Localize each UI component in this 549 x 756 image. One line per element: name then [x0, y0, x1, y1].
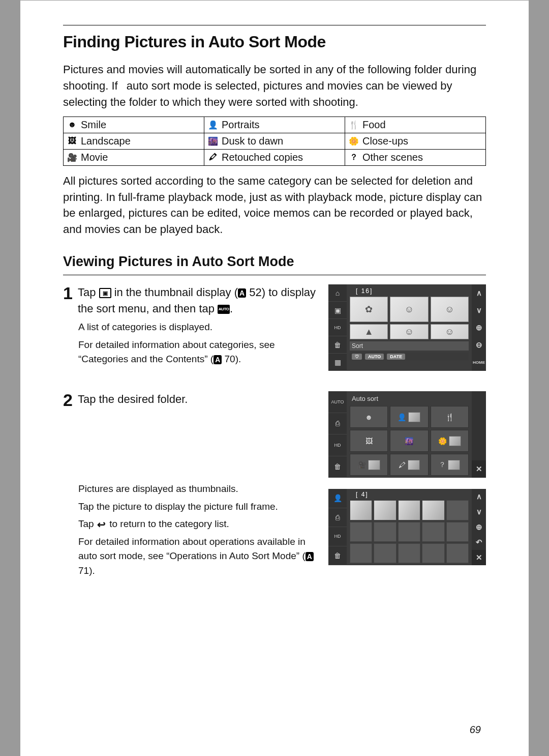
portrait-icon: 👤	[328, 489, 347, 508]
trash-icon: 🗑	[328, 456, 347, 478]
thumb	[398, 500, 420, 520]
category-icon: 👤	[207, 120, 219, 129]
category-cell: 🎥Movie	[64, 149, 204, 165]
subheading: Viewing Pictures in Auto Sort Mode	[63, 254, 486, 275]
category-cell: 🌼Close-ups	[345, 133, 486, 149]
step-2-sub1: Pictures are displayed as thumbnails.	[63, 482, 316, 497]
category-label: Other scenes	[362, 152, 423, 163]
category-label: Food	[362, 119, 386, 131]
cat-portrait: 👤	[390, 406, 428, 428]
step-2-screens: AUTO ⎙ HD 🗑 Auto sort ☻ 👤 🍴 🖼 🌆 🌼 🎥	[328, 391, 486, 578]
thumb: ☺	[390, 324, 428, 339]
category-label: Movie	[81, 152, 108, 163]
category-label: Close-ups	[362, 135, 408, 147]
step-number: 2	[63, 391, 73, 409]
category-icon: 🌼	[348, 136, 359, 146]
after-table-paragraph: All pictures sorted according to the sam…	[63, 173, 486, 238]
step-2-sub2: Tap the picture to display the picture f…	[63, 500, 316, 514]
page-ref-icon: A	[306, 552, 314, 561]
page-ref-icon: A	[238, 288, 246, 298]
zoom-in-icon: ⊕	[472, 319, 486, 336]
print-icon: ⎙	[328, 413, 347, 435]
step-1-sub2: For detailed information about categorie…	[63, 338, 316, 367]
category-cell: 🖼Landscape	[64, 133, 204, 149]
category-table: ☻Smile👤Portraits🍴Food🖼Landscape🌆Dusk to …	[63, 117, 486, 166]
category-cell: ？Other scenes	[345, 149, 486, 165]
intro-paragraph: Pictures and movies will automatically b…	[63, 62, 486, 110]
category-icon: 🎥	[67, 153, 78, 162]
thumb	[422, 500, 444, 520]
page-number: 69	[470, 724, 481, 736]
thumb	[374, 500, 396, 520]
category-label: Landscape	[81, 135, 131, 147]
step-2-sub4: For detailed information about operation…	[63, 535, 316, 578]
category-icon: 🖼	[67, 136, 78, 146]
page-title: Finding Pictures in Auto Sort Mode	[63, 33, 486, 51]
hd-icon: HD	[328, 434, 347, 456]
category-icon: ☻	[67, 120, 78, 129]
step-2: 2 Tap the desired folder. Pictures are d…	[63, 391, 486, 578]
thumb: ▲	[350, 324, 388, 339]
return-icon: ↶	[472, 535, 486, 550]
step-number: 1	[63, 284, 73, 302]
play-icon: ▣	[328, 302, 347, 319]
trash-icon: 🗑	[328, 546, 347, 566]
cat-landscape: 🖼	[350, 430, 388, 452]
thumb-empty	[446, 500, 469, 520]
cam-icon: ⌂	[328, 284, 347, 302]
auto-chip-icon: AUTO	[328, 391, 347, 413]
sort-chip: ♡	[352, 354, 362, 360]
close-icon: ✕	[472, 460, 486, 478]
return-icon: ↩	[97, 520, 107, 529]
category-icon: 🌆	[207, 136, 219, 146]
category-label: Retouched copies	[222, 152, 303, 163]
category-cell: ☻Smile	[64, 117, 204, 133]
counter: [ 4]	[350, 491, 469, 498]
playback-icon: ▣	[99, 288, 111, 298]
hd-icon: HD	[328, 319, 347, 336]
hd-icon: HD	[328, 527, 347, 546]
thumb: ☺	[431, 324, 469, 339]
grid-icon: ▦	[328, 354, 347, 371]
category-icon: 🖍	[207, 153, 219, 162]
counter: [ 16]	[350, 287, 469, 295]
sort-chip: AUTO	[365, 354, 384, 360]
zoom-in-icon: ⊕	[472, 519, 486, 535]
sort-strip: Sort	[350, 341, 469, 351]
step-1-sub1: A list of categories is displayed.	[63, 320, 316, 335]
down-icon: ∨	[472, 504, 486, 519]
thumb: ☺	[431, 297, 469, 322]
category-cell: 🍴Food	[345, 117, 486, 133]
category-label: Portraits	[222, 119, 259, 131]
home-icon: HOME	[472, 354, 486, 371]
category-label: Smile	[81, 119, 106, 131]
step-2-sub3: Tap ↩ to return to the category list.	[63, 517, 316, 532]
step-1-screen: ⌂ ▣ HD 🗑 ▦ [ 16] ✿ ☺ ☺ ▲ ☺	[328, 284, 486, 382]
cat-movie: 🎥	[350, 454, 388, 476]
up-icon: ∧	[472, 489, 486, 504]
category-cell: 🌆Dusk to dawn	[204, 133, 345, 149]
category-label: Dusk to dawn	[222, 135, 283, 147]
cat-closeup: 🌼	[431, 430, 469, 452]
print-icon: ⎙	[328, 508, 347, 528]
cat-food: 🍴	[431, 406, 469, 428]
category-icon: 🍴	[348, 120, 359, 129]
cat-other: ？	[431, 454, 469, 476]
category-icon: ？	[348, 153, 359, 162]
step-1: 1 Tap ▣ in the thumbnail display (A 52) …	[63, 284, 486, 382]
step-1-heading: Tap ▣ in the thumbnail display (A 52) to…	[78, 286, 316, 315]
category-cell: 👤Portraits	[204, 117, 345, 133]
down-icon: ∨	[472, 302, 486, 319]
page-ref-icon: A	[214, 355, 222, 364]
thumb: ☺	[390, 297, 428, 322]
cat-dusk: 🌆	[390, 430, 428, 452]
sort-chip: DATE	[387, 354, 405, 360]
category-cell: 🖍Retouched copies	[204, 149, 345, 165]
manual-page: Finding Pictures in Auto Sort Mode Pictu…	[20, 0, 529, 756]
close-icon: ✕	[472, 550, 486, 565]
cat-smile: ☻	[350, 406, 388, 428]
cat-retouch: 🖍	[390, 454, 428, 476]
autosort-title: Auto sort	[350, 393, 469, 404]
thumb	[350, 500, 372, 520]
trash-icon: 🗑	[328, 336, 347, 354]
